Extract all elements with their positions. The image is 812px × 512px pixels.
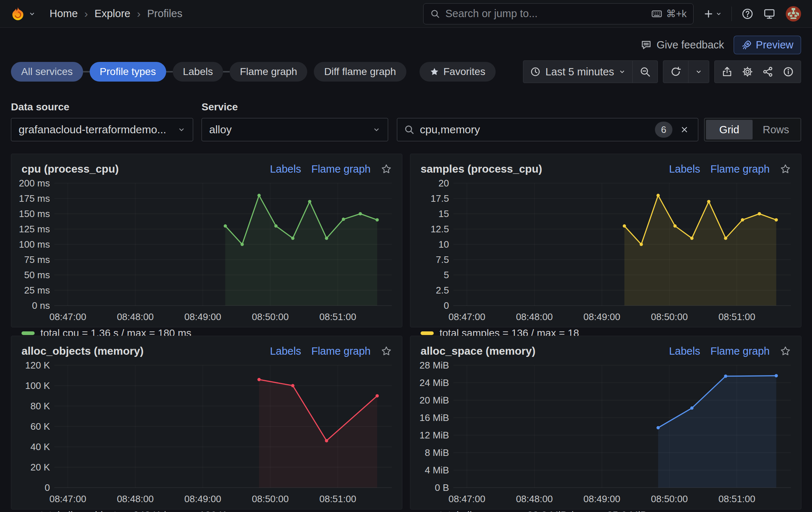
tab-favorites[interactable]: Favorites	[419, 62, 496, 82]
grafana-logo-button[interactable]	[10, 6, 36, 21]
svg-text:20: 20	[438, 178, 449, 189]
refresh-interval-dropdown[interactable]	[688, 61, 709, 83]
chevron-down-icon	[28, 10, 36, 17]
feedback-row: Give feedback Preview	[11, 35, 801, 55]
breadcrumb-separator: ›	[84, 8, 88, 20]
labels-link[interactable]: Labels	[669, 163, 700, 175]
chevron-down-icon	[715, 11, 722, 17]
service-select[interactable]: alloy	[202, 118, 388, 141]
svg-text:08:49:00: 08:49:00	[583, 493, 620, 504]
svg-text:08:50:00: 08:50:00	[651, 311, 688, 322]
labels-link[interactable]: Labels	[270, 163, 301, 175]
svg-text:200 ms: 200 ms	[19, 178, 50, 189]
global-search-input[interactable]	[445, 8, 646, 20]
time-range-picker[interactable]: Last 5 minutes	[523, 61, 632, 83]
add-menu-button[interactable]	[703, 8, 722, 19]
time-series-chart[interactable]: 08:47:0008:48:0008:49:0008:50:0008:51:00…	[415, 177, 797, 324]
svg-text:08:50:00: 08:50:00	[252, 493, 289, 504]
svg-text:08:47:00: 08:47:00	[49, 493, 86, 504]
export-button[interactable]	[715, 61, 739, 83]
legend-label: total alloc_objects = 342 K / max = 106 …	[40, 509, 226, 512]
svg-text:12 MiB: 12 MiB	[419, 430, 449, 441]
tab-connector	[223, 71, 230, 72]
svg-text:08:50:00: 08:50:00	[252, 311, 289, 322]
labels-link[interactable]: Labels	[270, 345, 301, 357]
settings-button[interactable]	[739, 61, 760, 83]
svg-text:08:51:00: 08:51:00	[718, 311, 755, 322]
preview-badge[interactable]: Preview	[734, 36, 801, 54]
zoom-out-button[interactable]	[632, 61, 657, 83]
svg-text:08:48:00: 08:48:00	[117, 493, 154, 504]
svg-text:08:47:00: 08:47:00	[49, 311, 86, 322]
display-icon[interactable]	[763, 8, 776, 20]
flame-graph-link[interactable]: Flame graph	[311, 163, 371, 175]
profile-search-box[interactable]: 6	[397, 118, 698, 141]
service-label: Service	[202, 101, 238, 113]
chevron-down-icon	[177, 126, 186, 134]
series-legend[interactable]: total alloc_space = 83.0 MiB / max = 25.…	[410, 507, 801, 512]
breadcrumb-separator: ›	[137, 8, 141, 20]
svg-text:0 B: 0 B	[435, 482, 449, 493]
svg-text:8 MiB: 8 MiB	[425, 447, 449, 458]
refresh-button[interactable]	[663, 61, 688, 83]
help-icon[interactable]	[741, 8, 754, 20]
series-legend[interactable]: total alloc_objects = 342 K / max = 106 …	[11, 507, 402, 512]
flame-graph-link[interactable]: Flame graph	[710, 345, 770, 357]
time-series-chart[interactable]: 08:47:0008:48:0008:49:0008:50:0008:51:00…	[16, 359, 398, 507]
svg-text:150 ms: 150 ms	[19, 208, 50, 219]
svg-text:08:51:00: 08:51:00	[718, 493, 755, 504]
clock-icon	[530, 66, 541, 77]
layout-grid-option[interactable]: Grid	[706, 120, 753, 139]
user-avatar[interactable]	[785, 5, 802, 22]
svg-text:80 K: 80 K	[31, 401, 50, 411]
info-button[interactable]	[780, 61, 801, 83]
tab-labels[interactable]: Labels	[173, 62, 223, 82]
svg-text:120 K: 120 K	[25, 360, 50, 371]
star-icon	[430, 67, 439, 76]
panel-title: alloc_objects (memory)	[22, 345, 144, 357]
breadcrumb-explore[interactable]: Explore	[94, 8, 130, 20]
share-button[interactable]	[760, 61, 780, 83]
svg-text:125 ms: 125 ms	[19, 224, 50, 235]
chevron-down-icon	[372, 126, 380, 134]
favorite-star-icon[interactable]	[381, 346, 392, 357]
svg-text:0: 0	[444, 300, 449, 311]
flame-graph-link[interactable]: Flame graph	[311, 345, 371, 357]
panel-alloc-objects: alloc_objects (memory) Labels Flame grap…	[11, 336, 402, 509]
profile-search-input[interactable]	[420, 123, 650, 136]
labels-link[interactable]: Labels	[669, 345, 700, 357]
breadcrumb-home[interactable]: Home	[50, 8, 78, 20]
svg-text:08:51:00: 08:51:00	[319, 493, 356, 504]
tab-all-services[interactable]: All services	[11, 62, 83, 82]
gear-icon	[742, 66, 753, 78]
svg-text:50 ms: 50 ms	[24, 269, 50, 280]
svg-text:40 K: 40 K	[31, 441, 50, 452]
favorite-star-icon[interactable]	[780, 346, 791, 357]
comment-icon	[640, 39, 652, 51]
time-series-chart[interactable]: 08:47:0008:48:0008:49:0008:50:0008:51:00…	[415, 359, 797, 507]
time-series-chart[interactable]: 08:47:0008:48:0008:49:0008:50:0008:51:00…	[16, 177, 398, 324]
tab-flame-graph[interactable]: Flame graph	[230, 62, 307, 82]
data-source-select[interactable]: grafanacloud-terraformdemo...	[11, 118, 193, 141]
svg-text:20 K: 20 K	[31, 462, 50, 473]
tab-diff-flame-graph[interactable]: Diff flame graph	[314, 62, 406, 82]
legend-color-dash	[421, 331, 434, 335]
info-icon	[782, 66, 794, 78]
clear-icon[interactable]	[678, 125, 691, 134]
svg-text:08:51:00: 08:51:00	[319, 311, 356, 322]
favorite-star-icon[interactable]	[780, 164, 791, 174]
keyboard-icon	[651, 8, 663, 20]
favorite-star-icon[interactable]	[381, 164, 392, 174]
refresh-icon	[670, 66, 682, 78]
svg-text:08:48:00: 08:48:00	[516, 311, 553, 322]
global-search[interactable]: ⌘+k	[423, 3, 694, 24]
panel-title: cpu (process_cpu)	[22, 163, 119, 175]
svg-text:08:47:00: 08:47:00	[448, 493, 485, 504]
svg-text:17.5: 17.5	[430, 193, 449, 204]
tab-profile-types[interactable]: Profile types	[90, 62, 166, 82]
give-feedback-link[interactable]: Give feedback	[640, 39, 724, 51]
layout-rows-option[interactable]: Rows	[753, 120, 799, 139]
svg-text:08:50:00: 08:50:00	[651, 493, 688, 504]
panel-cpu: cpu (process_cpu) Labels Flame graph 08:…	[11, 154, 402, 327]
flame-graph-link[interactable]: Flame graph	[710, 163, 770, 175]
